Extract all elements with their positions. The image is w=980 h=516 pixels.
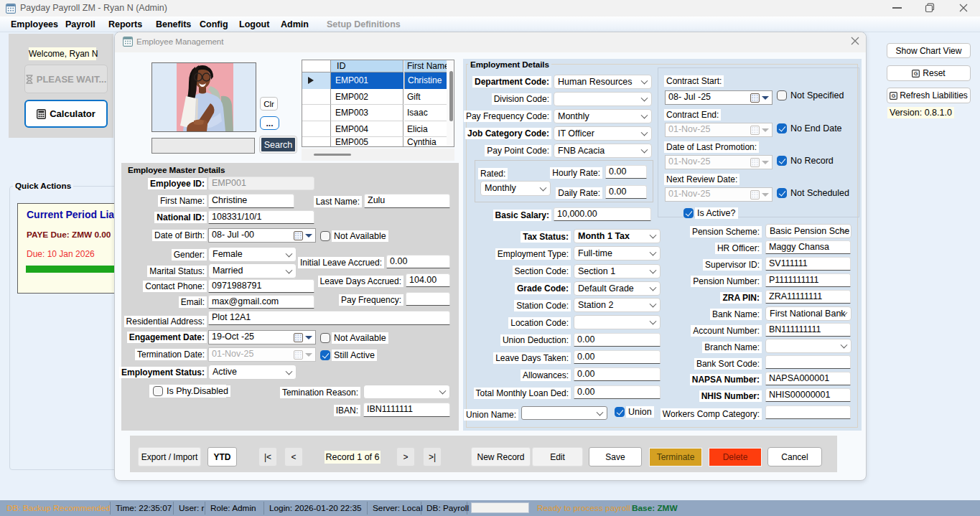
svg-text:G: G: [914, 70, 918, 77]
svg-text:G: G: [892, 93, 896, 99]
